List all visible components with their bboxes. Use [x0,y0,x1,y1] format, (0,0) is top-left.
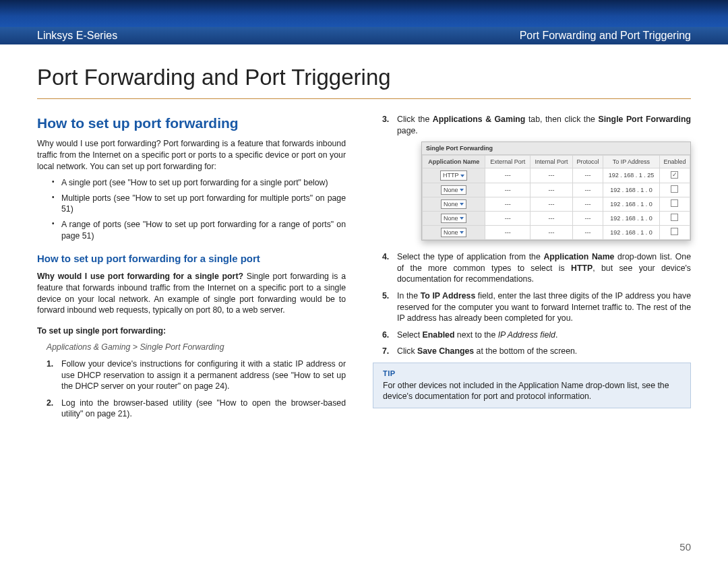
step-item: In the To IP Address field, enter the la… [373,290,691,324]
enabled-checkbox[interactable] [671,185,678,193]
col-header: Internal Port [530,156,572,168]
two-column-layout: How to set up port forwarding Why would … [37,114,691,425]
intro-paragraph: Why would I use port forwarding? Port fo… [37,138,346,172]
single-port-intro: Why would I use port forwarding for a si… [37,271,346,315]
steps-list-left: Follow your device's instructions for co… [37,358,346,420]
chevron-down-icon [460,175,464,177]
tip-label: TIP [383,369,681,379]
list-item: A single port (see "How to set up port f… [37,177,346,189]
header-left: Linksys E-Series [37,30,117,42]
setup-label: To set up single port forwarding: [37,325,346,337]
step-item: Follow your device's instructions for co… [37,358,346,392]
table-header-row: Application Name External Port Internal … [423,156,690,168]
page-title: Port Forwarding and Port Triggering [37,65,691,90]
chevron-down-icon [460,203,464,206]
page-content: Port Forwarding and Port Triggering How … [0,44,728,562]
enabled-checkbox[interactable] [671,171,678,179]
table-row: None --- --- --- 192 . 168 . 1 . 0 [423,197,690,211]
bullet-list: A single port (see "How to set up port f… [37,177,346,241]
top-gradient-strip [0,0,728,27]
app-name-dropdown[interactable]: HTTP [440,170,468,180]
table-row: None --- --- --- 192 . 168 . 1 . 0 [423,226,690,240]
breadcrumb: Applications & Gaming > Single Port Forw… [47,342,346,353]
app-name-dropdown[interactable]: None [441,228,467,237]
step-item: Log into the browser-based utility (see … [37,398,346,420]
subsection-heading: How to set up port forwarding for a sing… [37,252,346,266]
steps-list-right: Click the Applications & Gaming tab, the… [373,114,691,357]
col-header: Enabled [659,156,690,168]
list-item: A range of ports (see "How to set up por… [37,219,346,241]
enabled-checkbox[interactable] [671,199,678,207]
tip-body: For other devices not included in the Ap… [383,380,681,402]
app-name-dropdown[interactable]: None [441,199,467,209]
step-item: Click Save Changes at the bottom of the … [373,346,691,357]
app-name-dropdown[interactable]: None [441,214,467,223]
step-item: Click the Applications & Gaming tab, the… [373,114,691,241]
embed-tab: Single Port Forwarding [422,142,690,155]
section-heading: How to set up port forwarding [37,114,346,133]
chevron-down-icon [460,231,464,234]
table-row: HTTP --- --- --- 192 . 168 . 1 . 25 [423,168,690,183]
chevron-down-icon [460,189,464,191]
table-row: None --- --- --- 192 . 168 . 1 . 0 [423,211,690,225]
col-header: External Port [485,156,530,168]
enabled-checkbox[interactable] [671,228,678,235]
tip-box: TIP For other devices not included in th… [373,363,691,408]
table-row: None --- --- --- 192 . 168 . 1 . 0 [423,183,690,197]
step-item: Select Enabled next to the IP Address fi… [373,330,691,341]
intro-question: Why would I use port forwarding for a si… [37,272,243,281]
enabled-checkbox[interactable] [671,214,678,221]
header-bar: Linksys E-Series Port Forwarding and Por… [0,27,728,44]
col-header: To IP Address [603,156,659,168]
embedded-screenshot: Single Port Forwarding Application Name … [421,142,691,241]
left-column: How to set up port forwarding Why would … [37,114,346,425]
horizontal-rule [37,98,691,99]
col-header: Protocol [572,156,603,168]
chevron-down-icon [460,217,464,220]
header-right: Port Forwarding and Port Triggering [520,30,691,42]
app-name-dropdown[interactable]: None [441,185,467,195]
step-item: Select the type of application from the … [373,251,691,285]
port-forwarding-table: Application Name External Port Internal … [422,155,690,240]
list-item: Multiple ports (see "How to set up port … [37,193,346,215]
right-column: Click the Applications & Gaming tab, the… [373,114,691,425]
col-header: Application Name [423,156,485,168]
page-number: 50 [679,541,691,553]
